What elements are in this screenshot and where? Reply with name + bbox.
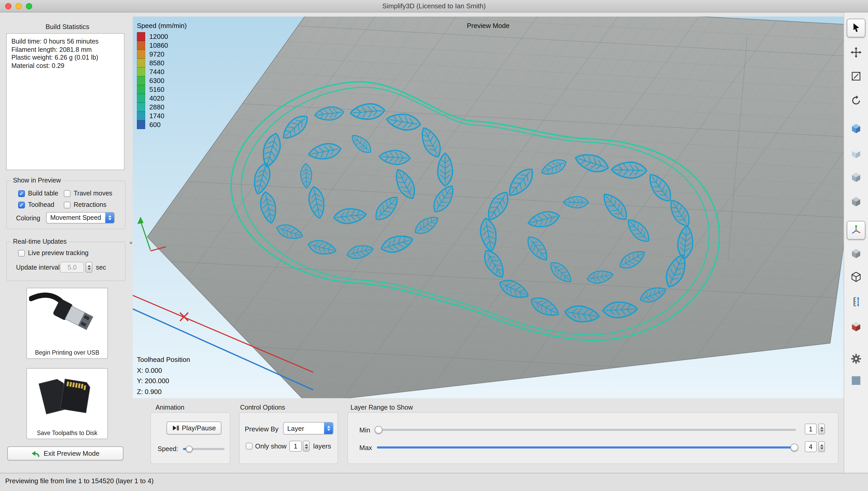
tool-select-icon[interactable]	[847, 19, 865, 37]
animation-section-title: Animation	[155, 404, 184, 411]
speed-legend-entry: 4020	[137, 94, 187, 103]
build-statistics-panel: Build time: 0 hours 56 minutes Filament …	[6, 33, 124, 170]
legend-speed-value: 7440	[149, 68, 164, 76]
only-show-checkbox[interactable]	[246, 443, 253, 450]
legend-speed-value: 6300	[149, 77, 164, 85]
tool-view-top-icon[interactable]	[847, 145, 865, 162]
legend-speed-value: 1740	[149, 112, 164, 120]
update-interval-unit: sec	[96, 264, 106, 271]
tool-measure-icon[interactable]	[847, 293, 865, 311]
speed-legend-entry: 12000	[137, 32, 187, 41]
control-options-panel: Preview By Layer Only show layers	[239, 412, 338, 464]
plastic-weight-stat: Plastic weight: 6.26 g (0.01 lb)	[11, 54, 119, 62]
panel-splitter-handle[interactable]	[129, 241, 132, 244]
layers-unit-label: layers	[313, 442, 331, 450]
toolhead-checkbox[interactable]	[18, 202, 25, 208]
status-bar-text: Previewing file from line 1 to 154520 (l…	[5, 477, 153, 485]
preview-mode-label: Preview Mode	[467, 22, 510, 30]
legend-color-swatch	[137, 59, 145, 67]
legend-color-swatch	[137, 50, 145, 59]
only-show-label: Only show	[255, 442, 287, 450]
sd-cards-image	[29, 371, 106, 423]
speed-legend-entry: 9720	[137, 50, 187, 59]
speed-legend-entry: 6300	[137, 76, 187, 85]
legend-speed-value: 10860	[149, 41, 168, 49]
animation-panel: Play/Pause Speed:	[150, 412, 230, 464]
tool-machine-icon[interactable]	[847, 318, 865, 336]
legend-speed-value: 5160	[149, 86, 164, 93]
usb-cable-image	[29, 290, 106, 342]
preview-viewport[interactable]: Preview Mode Speed (mm/min) 120001086097…	[133, 17, 844, 398]
exit-preview-mode-button[interactable]: Exit Preview Mode	[7, 446, 123, 460]
tool-wireframe-icon[interactable]	[847, 268, 865, 286]
legend-speed-value: 600	[149, 121, 161, 128]
speed-legend-entry: 1740	[137, 112, 187, 120]
tool-toolpaths-icon[interactable]	[847, 372, 865, 389]
viewport-3d-scene[interactable]	[133, 17, 844, 398]
layer-max-label: Max	[359, 444, 372, 452]
tool-view-side-icon[interactable]	[847, 169, 865, 186]
window-title: Simplify3D (Licensed to Ian Smith)	[0, 2, 868, 10]
speed-legend-entry: 10860	[137, 41, 187, 50]
legend-color-swatch	[137, 41, 145, 50]
only-show-layers-stepper[interactable]	[303, 441, 310, 452]
tool-cross-section-icon[interactable]	[847, 245, 865, 262]
save-toolpaths-disk-button[interactable]: Save Toolpaths to Disk	[26, 368, 108, 439]
layer-max-slider[interactable]	[377, 446, 796, 449]
coloring-dropdown-value: Movement Speed	[47, 212, 105, 223]
build-statistics-title: Build Statistics	[4, 23, 131, 31]
update-interval-field[interactable]	[60, 262, 84, 273]
filament-length-stat: Filament length: 2081.8 mm	[11, 46, 119, 54]
play-pause-button[interactable]: Play/Pause	[167, 422, 222, 434]
build-table-label: Build table	[28, 190, 58, 197]
tool-scale-icon[interactable]	[847, 67, 865, 85]
speed-legend-title: Speed (mm/min)	[137, 22, 187, 30]
tool-view-iso-icon[interactable]	[847, 193, 865, 210]
legend-color-swatch	[137, 112, 145, 120]
view-toolbar	[844, 12, 868, 473]
only-show-layers-field[interactable]	[289, 441, 302, 452]
travel-moves-label: Travel moves	[74, 190, 112, 197]
build-table-checkbox[interactable]	[18, 190, 25, 197]
material-cost-stat: Material cost: 0.29	[11, 62, 119, 70]
legend-speed-value: 9720	[149, 50, 164, 58]
live-preview-tracking-checkbox[interactable]	[18, 250, 25, 257]
realtime-updates-group: Real-time Updates Live preview tracking …	[6, 241, 125, 281]
legend-color-swatch	[137, 120, 145, 129]
coloring-label: Coloring	[16, 215, 40, 222]
begin-printing-usb-label: Begin Printing over USB	[35, 349, 99, 356]
tool-settings-icon[interactable]	[847, 350, 865, 368]
speed-legend-entry: 2880	[137, 103, 187, 112]
legend-speed-value: 2880	[149, 103, 164, 111]
save-toolpaths-disk-label: Save Toolpaths to Disk	[37, 430, 97, 436]
layer-min-stepper[interactable]	[818, 424, 825, 434]
coloring-dropdown[interactable]: Movement Speed	[46, 212, 115, 224]
animation-speed-slider[interactable]	[183, 448, 225, 450]
travel-moves-checkbox[interactable]	[64, 190, 70, 197]
tool-move-icon[interactable]	[847, 44, 865, 61]
animation-speed-slider-handle[interactable]	[186, 445, 193, 452]
retractions-checkbox[interactable]	[64, 202, 70, 208]
layer-min-slider[interactable]	[377, 429, 796, 431]
legend-speed-value: 12000	[149, 33, 168, 40]
legend-color-swatch	[137, 94, 145, 103]
preview-by-label: Preview By	[245, 425, 279, 433]
tool-rotate-icon[interactable]	[847, 92, 865, 109]
toolhead-y: Y: 200.000	[137, 376, 190, 386]
layer-max-slider-handle[interactable]	[790, 443, 798, 451]
tool-view-front-icon[interactable]	[847, 120, 865, 137]
legend-color-swatch	[137, 76, 145, 85]
status-bar: Previewing file from line 1 to 154520 (l…	[0, 473, 868, 491]
layer-min-field[interactable]	[805, 424, 817, 434]
build-time-stat: Build time: 0 hours 56 minutes	[11, 38, 119, 46]
toolhead-position-title: Toolhead Position	[137, 355, 190, 365]
tool-orient-axes-icon[interactable]	[847, 221, 865, 239]
live-preview-tracking-label: Live preview tracking	[28, 250, 88, 257]
layer-min-slider-handle[interactable]	[375, 426, 382, 434]
begin-printing-usb-button[interactable]: Begin Printing over USB	[26, 288, 108, 359]
preview-by-dropdown[interactable]: Layer	[283, 422, 334, 434]
layer-max-field[interactable]	[805, 441, 817, 452]
speed-legend-entry: 600	[137, 120, 187, 129]
layer-max-stepper[interactable]	[818, 441, 825, 452]
update-interval-stepper[interactable]	[86, 262, 92, 273]
